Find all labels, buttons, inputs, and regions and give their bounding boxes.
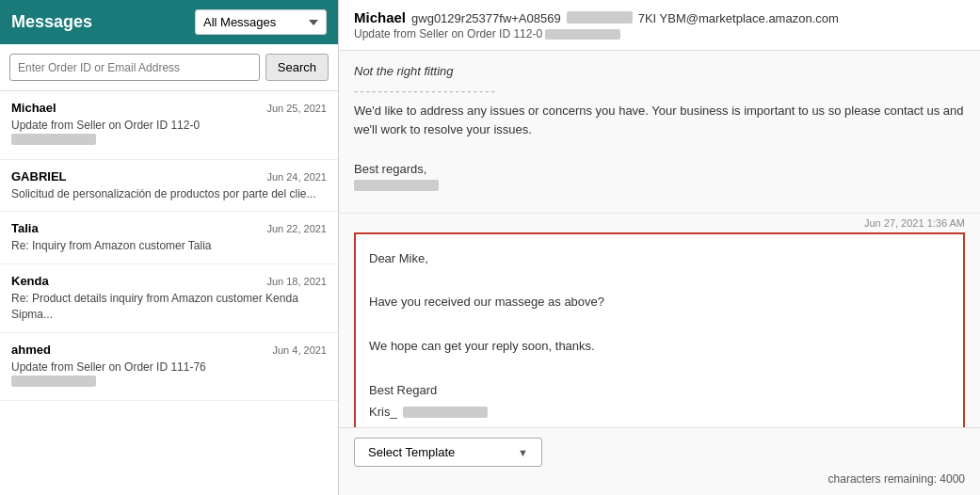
message-date: Jun 25, 2021 (266, 103, 327, 114)
thread-regards: Best regards, (354, 162, 426, 176)
message-preview: Solicitud de personalización de producto… (11, 186, 327, 202)
message-sender: Michael (11, 101, 56, 115)
email-header: Michael gwg0129r25377fw+A08569 7KI YBM@m… (339, 0, 980, 51)
blurred-signature (354, 180, 439, 191)
email-from-id: gwg0129r25377fw+A08569 (411, 11, 561, 25)
chevron-down-icon: ▼ (518, 447, 528, 458)
search-input[interactable] (9, 54, 260, 81)
thread-divider: ------------------------ (354, 84, 497, 98)
reply-timestamp: Jun 27, 2021 1:36 AM (339, 213, 980, 232)
message-date: Jun 18, 2021 (266, 276, 327, 287)
blurred-sender-name (403, 407, 488, 418)
message-date: Jun 4, 2021 (273, 344, 328, 356)
reply-closing: Best Regard (369, 379, 950, 401)
search-button[interactable]: Search (265, 54, 329, 81)
messages-header: Messages All Messages Unread Replied Arc… (0, 0, 338, 44)
thread-container: Not the right fitting ------------------… (339, 51, 980, 205)
message-sender: Kenda (11, 274, 49, 288)
email-from-name: Michael (354, 9, 406, 25)
messages-title: Messages (11, 12, 184, 32)
list-item[interactable]: Talia Jun 22, 2021 Re: Inquiry from Amaz… (0, 212, 338, 264)
message-preview: Update from Seller on Order ID 112-0 (11, 118, 327, 150)
message-preview: Update from Seller on Order ID 111-76 (11, 359, 327, 391)
reply-signature: Kris_ (369, 401, 397, 423)
template-select-label: Select Template (368, 445, 455, 459)
chars-remaining: characters remaining: 4000 (354, 472, 965, 486)
blurred-id (11, 134, 96, 145)
template-select-button[interactable]: Select Template ▼ (354, 438, 542, 467)
blurred-order-id (545, 29, 620, 40)
message-list: Michael Jun 25, 2021 Update from Seller … (0, 91, 338, 495)
left-panel: Messages All Messages Unread Replied Arc… (0, 0, 339, 495)
list-item[interactable]: ahmed Jun 4, 2021 Update from Seller on … (0, 333, 338, 402)
message-preview: Re: Product details inquiry from Amazon … (11, 291, 327, 323)
message-sender: GABRIEL (11, 169, 67, 184)
email-address: 7KI YBM@marketplace.amazon.com (638, 11, 839, 25)
message-preview: Re: Inquiry from Amazon customer Talia (11, 238, 327, 254)
thread-message: Not the right fitting ------------------… (354, 62, 965, 200)
blurred-id (11, 375, 96, 387)
reply-body-line2: We hope can get your reply soon, thanks. (369, 335, 950, 357)
messages-filter-select[interactable]: All Messages Unread Replied Archived (195, 9, 327, 35)
right-panel: Michael gwg0129r25377fw+A08569 7KI YBM@m… (339, 0, 980, 495)
reply-text: Dear Mike, Have you received our massege… (369, 248, 950, 423)
message-sender: ahmed (11, 343, 51, 357)
list-item[interactable]: Kenda Jun 18, 2021 Re: Product details i… (0, 264, 338, 333)
blurred-email-part (567, 11, 633, 24)
message-date: Jun 24, 2021 (266, 171, 327, 183)
reply-body-line1: Have you received our massege as above? (369, 291, 950, 312)
email-subject: Update from Seller on Order ID 112-0 (354, 27, 965, 40)
email-body-area[interactable]: Not the right fitting ------------------… (339, 51, 980, 427)
thread-body: We'd like to address any issues or conce… (354, 104, 964, 137)
list-item[interactable]: GABRIEL Jun 24, 2021 Solicitud de person… (0, 160, 338, 213)
thread-text-not-fitting: Not the right fitting (354, 64, 454, 78)
reply-greeting: Dear Mike, (369, 248, 950, 269)
message-date: Jun 22, 2021 (266, 223, 327, 234)
search-bar: Search (0, 44, 338, 91)
compose-footer: Select Template ▼ characters remaining: … (339, 427, 980, 495)
reply-box: Dear Mike, Have you received our massege… (354, 232, 965, 427)
message-sender: Talia (11, 221, 39, 235)
list-item[interactable]: Michael Jun 25, 2021 Update from Seller … (0, 91, 338, 160)
template-select-row: Select Template ▼ (354, 438, 965, 467)
